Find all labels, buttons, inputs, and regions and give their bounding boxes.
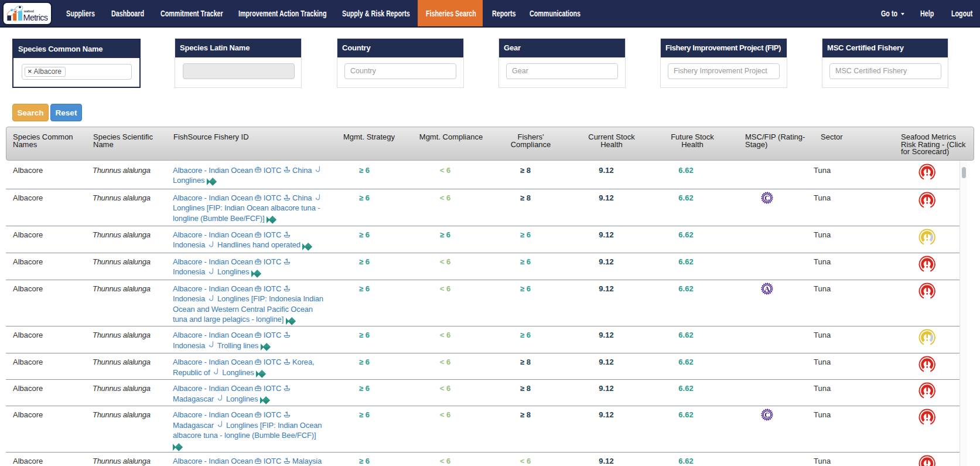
svg-text:Metrics: Metrics xyxy=(23,13,48,22)
svg-text:C: C xyxy=(764,194,769,201)
svg-text:C: C xyxy=(764,411,769,418)
svg-text:A: A xyxy=(764,285,770,292)
